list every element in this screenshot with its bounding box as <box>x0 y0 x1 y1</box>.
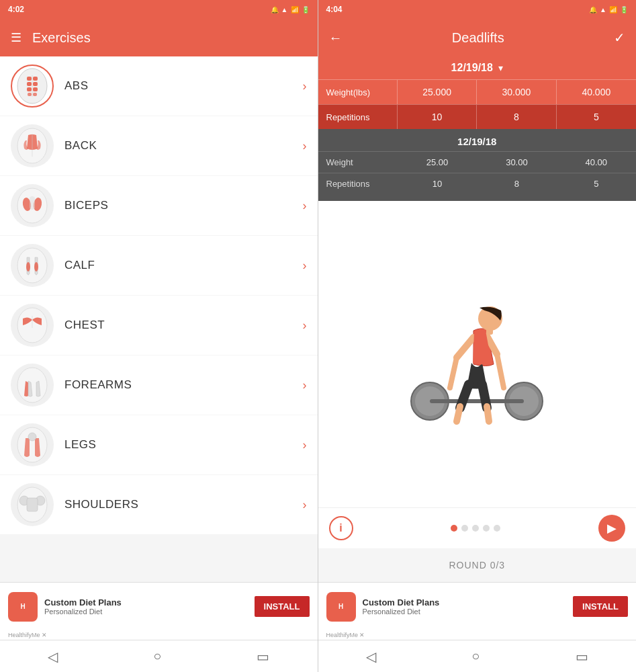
detail-title: Deadlifts <box>452 30 504 46</box>
back-icon-container <box>11 124 54 167</box>
left-ad-banner: H Custom Diet Plans Personalized Diet IN… <box>0 582 318 630</box>
right-ad-title: Custom Diet Plans <box>363 597 567 607</box>
svg-point-21 <box>17 368 47 403</box>
svg-rect-1 <box>27 77 32 81</box>
biceps-muscle-svg <box>13 187 51 224</box>
hist-weight-col3: 40.00 <box>557 151 636 173</box>
svg-rect-5 <box>27 87 32 91</box>
chevron-right-icon: › <box>303 259 307 273</box>
detail-header: ← Deadlifts ✓ <box>318 19 637 56</box>
ad-subtitle: Personalized Diet <box>44 607 248 616</box>
right-ad-close-icon[interactable]: ✕ <box>359 632 365 638</box>
exercise-name: BICEPS <box>64 199 303 212</box>
svg-rect-3 <box>27 82 32 86</box>
back-muscle-svg <box>13 127 51 165</box>
list-item[interactable]: FOREARMS › <box>0 355 318 415</box>
rep-label: Repetitions <box>318 105 398 129</box>
dot-2[interactable] <box>461 525 468 532</box>
right-panel: 4:04 🔔 ▲ 📶 🔋 ← Deadlifts ✓ 12/19/18 ▾ We… <box>318 0 637 672</box>
rep-col1: 10 <box>398 105 477 129</box>
history-rep-row: Repetitions 10 8 5 <box>318 173 637 194</box>
hist-weight-col2: 30.00 <box>477 151 556 173</box>
exercise-name: BACK <box>64 139 303 153</box>
right-ad-logo: H <box>326 592 356 622</box>
svg-rect-15 <box>30 196 35 210</box>
date-selector[interactable]: 12/19/18 ▾ <box>318 56 637 79</box>
recent-nav-icon[interactable]: ▭ <box>257 648 269 665</box>
info-button[interactable]: i <box>329 516 353 540</box>
svg-rect-8 <box>33 93 37 96</box>
right-ad-subtitle: Personalized Diet <box>363 607 567 616</box>
dot-5[interactable] <box>494 525 500 532</box>
ad-logo-text: H <box>20 603 25 610</box>
shoulders-icon-container <box>11 483 54 526</box>
exercise-name: FOREARMS <box>64 378 303 392</box>
svg-point-16 <box>17 248 47 283</box>
list-item[interactable]: BACK › <box>0 116 318 175</box>
svg-rect-6 <box>33 87 38 91</box>
check-button[interactable]: ✓ <box>614 30 625 46</box>
list-item[interactable]: ABS › <box>0 56 318 116</box>
list-item[interactable]: SHOULDERS › <box>0 475 318 534</box>
right-home-nav-icon[interactable]: ○ <box>471 648 480 664</box>
signal-icon: 📶 <box>291 6 299 13</box>
controls-row: i ▶ <box>318 507 637 548</box>
back-button[interactable]: ← <box>329 30 343 46</box>
dot-4[interactable] <box>483 525 490 532</box>
left-app-header: ☰ Exercises <box>0 19 318 56</box>
weight-col3: 40.000 <box>557 80 636 104</box>
bell-icon-right: 🔔 <box>589 6 597 13</box>
left-status-bar: 4:02 🔔 ▲ 📶 🔋 <box>0 0 318 19</box>
chevron-right-icon: › <box>303 498 307 512</box>
ad-title: Custom Diet Plans <box>44 597 248 607</box>
exercise-image-area <box>318 201 637 507</box>
wifi-icon-right: ▲ <box>600 6 606 13</box>
round-text: ROUND 0/3 <box>449 560 505 571</box>
left-status-icons: 🔔 ▲ 📶 🔋 <box>271 6 310 13</box>
right-back-nav-icon[interactable]: ◁ <box>366 648 376 665</box>
chevron-right-icon: › <box>303 378 307 392</box>
chevron-right-icon: › <box>303 199 307 213</box>
ad-close-icon[interactable]: ✕ <box>42 632 47 638</box>
left-time: 4:02 <box>8 5 271 14</box>
stats-rep-table: Repetitions 10 8 5 <box>318 104 637 129</box>
abs-muscle-svg <box>13 67 51 105</box>
right-install-button[interactable]: INSTALL <box>573 596 628 617</box>
left-ad-footer: HealthifyMe ✕ <box>0 630 318 640</box>
legs-icon-container <box>11 423 54 466</box>
list-item[interactable]: CALF › <box>0 236 318 295</box>
home-nav-icon[interactable]: ○ <box>153 648 161 664</box>
dropdown-arrow-icon: ▾ <box>498 62 503 73</box>
calf-icon-container <box>11 244 54 287</box>
right-time: 4:04 <box>326 5 590 14</box>
ad-text: Custom Diet Plans Personalized Diet <box>44 597 248 616</box>
svg-point-17 <box>26 262 30 271</box>
install-button[interactable]: INSTALL <box>255 596 310 617</box>
hamburger-icon[interactable]: ☰ <box>11 30 21 45</box>
back-nav-icon[interactable]: ◁ <box>48 648 58 665</box>
biceps-icon-container <box>11 184 54 227</box>
hist-rep-col3: 5 <box>557 173 636 194</box>
weight-label: Weight(lbs) <box>318 80 398 104</box>
rep-col3: 5 <box>557 105 636 129</box>
battery-icon: 🔋 <box>302 6 310 13</box>
exercise-name: CALF <box>64 259 303 272</box>
list-item[interactable]: CHEST › <box>0 296 318 355</box>
right-recent-nav-icon[interactable]: ▭ <box>576 648 588 665</box>
dot-1[interactable] <box>451 525 457 532</box>
list-item[interactable]: LEGS › <box>0 415 318 474</box>
legs-muscle-svg <box>13 426 51 464</box>
left-panel: 4:02 🔔 ▲ 📶 🔋 ☰ Exercises <box>0 0 318 672</box>
chest-muscle-svg <box>13 306 51 344</box>
rep-col2: 8 <box>477 105 556 129</box>
play-button[interactable]: ▶ <box>598 515 625 542</box>
list-item[interactable]: BICEPS › <box>0 176 318 235</box>
right-status-bar: 4:04 🔔 ▲ 📶 🔋 <box>318 0 637 19</box>
exercise-name: ABS <box>64 79 303 93</box>
right-ad-banner: H Custom Diet Plans Personalized Diet IN… <box>318 582 637 630</box>
ad-logo: H <box>8 592 38 622</box>
chevron-right-icon: › <box>303 79 307 93</box>
right-ad-text: Custom Diet Plans Personalized Diet <box>363 597 567 616</box>
dot-3[interactable] <box>472 525 479 532</box>
signal-icon-right: 📶 <box>609 6 617 13</box>
